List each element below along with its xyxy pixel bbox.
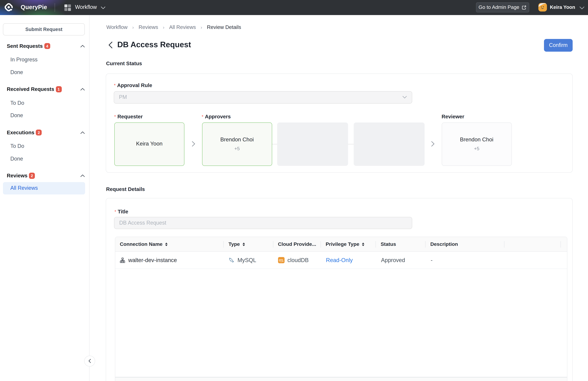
svg-text:aws: aws [279, 259, 283, 261]
